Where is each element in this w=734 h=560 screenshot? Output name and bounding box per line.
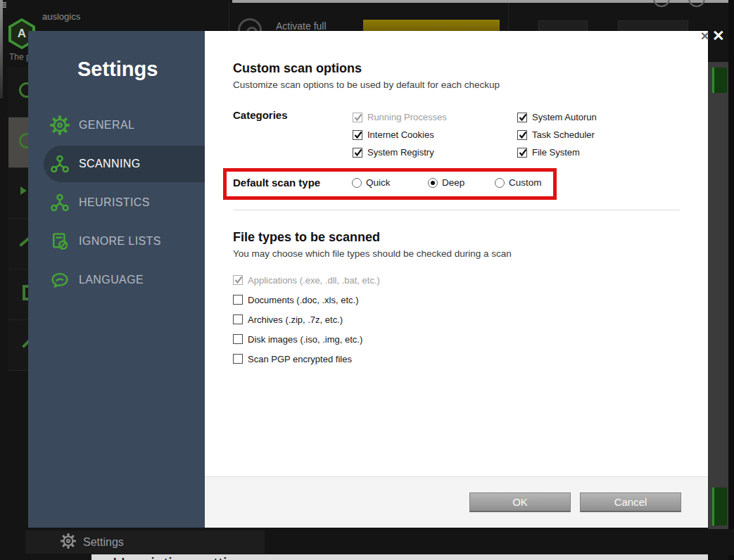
checkbox-checked-icon xyxy=(233,275,243,285)
activate-label: Activate full xyxy=(276,20,327,32)
file-types-list: Applications (.exe, .dll, .bat, etc.)Doc… xyxy=(233,270,680,369)
menu-icon[interactable] xyxy=(0,1,6,10)
background-close-icon: ✕ xyxy=(700,30,709,43)
window-edge xyxy=(728,0,734,560)
radio-label: Custom xyxy=(509,177,542,188)
dialog-footer: OK Cancel xyxy=(205,476,708,528)
sidebar-item-heuristics[interactable]: HEURISTICS xyxy=(44,184,205,221)
checkbox-unchecked-icon[interactable] xyxy=(233,295,243,305)
checkbox-row: System Autorun xyxy=(517,108,682,126)
background-nav xyxy=(8,67,28,371)
ignore-list-icon xyxy=(50,231,70,251)
checkbox-label: System Autorun xyxy=(532,112,597,122)
settings-nav: GENERALSCANNINGHEURISTICSIGNORE LISTSLAN… xyxy=(28,107,205,300)
file-types-section: File types to be scanned You may choose … xyxy=(233,229,680,369)
checkbox-label: System Registry xyxy=(367,147,434,158)
sidebar-item-language[interactable]: LANGUAGE xyxy=(44,262,205,298)
sidebar-item-label: LANGUAGE xyxy=(79,274,144,286)
cancel-button[interactable]: Cancel xyxy=(580,492,681,512)
radio-selected-icon[interactable] xyxy=(428,178,438,188)
gear-icon xyxy=(50,115,70,135)
nav-tile[interactable] xyxy=(8,320,28,371)
checkbox-label: Disk images (.iso, .img, etc.) xyxy=(248,334,362,345)
brand-name: auslogics xyxy=(42,11,80,22)
settings-content: Custom scan options Customize scan optio… xyxy=(205,31,708,476)
background-bottom-bar: Settings xyxy=(0,529,734,555)
checkbox-row: Disk images (.iso, .img, etc.) xyxy=(233,329,680,349)
nav-tile[interactable] xyxy=(8,219,28,269)
molecule-icon xyxy=(50,154,70,174)
sidebar-item-scanning[interactable]: SCANNING xyxy=(44,146,205,182)
checkbox-row: Internet Cookies xyxy=(353,126,517,144)
checkbox-label: Task Scheduler xyxy=(532,129,595,140)
divider xyxy=(233,210,680,210)
gear-icon xyxy=(61,533,76,552)
nav-tile[interactable] xyxy=(8,67,28,117)
info-icon[interactable] xyxy=(688,0,705,7)
checkbox-label: Running Processes xyxy=(367,112,447,122)
file-types-subtitle: You may choose which file types should b… xyxy=(233,248,680,260)
checkbox-row: Scan PGP encrypted files xyxy=(233,349,680,369)
header-button[interactable] xyxy=(538,20,588,32)
radio-label: Deep xyxy=(442,177,464,188)
file-types-title: File types to be scanned xyxy=(233,229,680,245)
radio-option-deep[interactable]: Deep xyxy=(428,177,495,188)
checkbox-checked-icon xyxy=(353,113,362,122)
checkbox-checked-icon[interactable] xyxy=(517,130,527,140)
dialog-title: Settings xyxy=(77,58,158,81)
checkbox-unchecked-icon[interactable] xyxy=(233,354,243,364)
checkbox-label: Scan PGP encrypted files xyxy=(248,354,352,364)
header-divider xyxy=(508,3,509,32)
radio-unselected-icon[interactable] xyxy=(352,178,362,188)
nav-tile-active[interactable] xyxy=(8,117,28,168)
molecule-icon xyxy=(50,193,70,212)
checkbox-label: Documents (.doc, .xls, etc.) xyxy=(248,295,359,305)
nav-tile[interactable] xyxy=(8,269,28,320)
checkbox-row: Applications (.exe, .dll, .bat, etc.) xyxy=(233,270,680,290)
checkbox-unchecked-icon[interactable] xyxy=(233,334,243,344)
radio-option-quick[interactable]: Quick xyxy=(352,177,428,188)
checkbox-row: Archives (.zip, .7z, etc.) xyxy=(233,310,680,329)
sidebar-item-general[interactable]: GENERAL xyxy=(44,107,205,144)
checkbox-checked-icon[interactable] xyxy=(517,148,527,158)
default-scan-type-label: Default scan type xyxy=(233,176,352,190)
settings-dialog: Settings GENERALSCANNINGHEURISTICSIGNORE… xyxy=(28,31,708,528)
radio-option-custom[interactable]: Custom xyxy=(495,177,572,188)
settings-sidebar: Settings GENERALSCANNINGHEURISTICSIGNORE… xyxy=(28,31,205,528)
section-subtitle: Customize scan options to be used by def… xyxy=(233,79,680,91)
app-window: auslogics A The p Activate full Settings… xyxy=(0,0,734,560)
checkbox-checked-icon[interactable] xyxy=(353,130,362,140)
background-green-button xyxy=(712,488,727,526)
ok-button[interactable]: OK xyxy=(469,492,571,512)
checkbox-checked-icon[interactable] xyxy=(353,148,362,158)
sidebar-item-ignore-lists[interactable]: IGNORE LISTS xyxy=(44,223,205,260)
settings-menu-item[interactable]: Settings xyxy=(25,530,265,554)
checkbox-row: System Registry xyxy=(353,144,517,161)
checkbox-label: File System xyxy=(532,147,580,158)
close-icon[interactable]: ✕ xyxy=(712,27,725,44)
radio-unselected-icon[interactable] xyxy=(495,178,505,188)
radio-label: Quick xyxy=(366,177,391,188)
categories-column-2: System AutorunTask SchedulerFile System xyxy=(517,108,682,161)
scan-type-radio-group: QuickDeepCustom xyxy=(352,177,572,188)
speech-bubble-icon xyxy=(50,270,70,290)
background-right-panel xyxy=(708,62,728,531)
header-button[interactable] xyxy=(618,20,688,32)
checkbox-row: Task Scheduler xyxy=(517,126,682,144)
checkbox-row: Documents (.doc, .xls, etc.) xyxy=(233,290,680,310)
sidebar-item-label: HEURISTICS xyxy=(79,196,150,209)
default-scan-type-row: Default scan type QuickDeepCustom xyxy=(233,172,680,193)
checkbox-checked-icon[interactable] xyxy=(517,113,527,122)
checkbox-label: Archives (.zip, .7z, etc.) xyxy=(248,314,343,325)
checkbox-label: Internet Cookies xyxy=(367,129,434,140)
checkbox-unchecked-icon[interactable] xyxy=(233,314,243,324)
sidebar-item-label: GENERAL xyxy=(79,119,134,132)
categories-column-1: Running ProcessesInternet CookiesSystem … xyxy=(353,108,517,161)
background-page-title: Heuristics settings xyxy=(113,554,255,560)
scrollbar[interactable] xyxy=(0,0,3,98)
help-icon[interactable] xyxy=(653,0,670,7)
header-divider xyxy=(229,3,229,32)
nav-tile[interactable] xyxy=(8,168,28,219)
checkbox-row: File System xyxy=(517,144,682,161)
categories-row: Categories Running ProcessesInternet Coo… xyxy=(233,108,680,161)
